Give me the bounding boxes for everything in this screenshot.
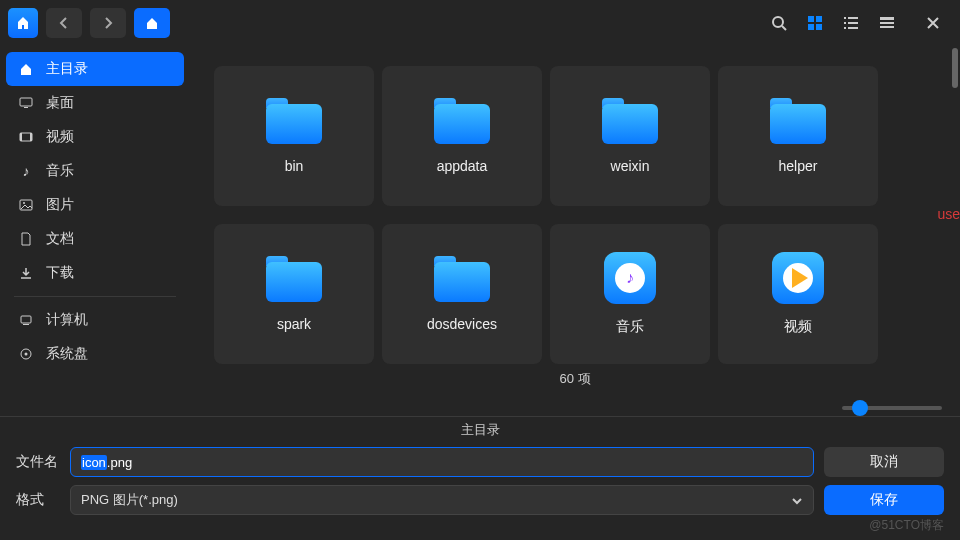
sidebar-item-document[interactable]: 文档 xyxy=(6,222,184,256)
watermark-blog: @51CTO博客 xyxy=(869,517,944,534)
svg-rect-11 xyxy=(844,27,846,29)
svg-rect-10 xyxy=(848,22,858,24)
folder-tile[interactable]: weixin xyxy=(550,66,710,206)
svg-point-22 xyxy=(23,202,25,204)
svg-rect-17 xyxy=(24,107,28,108)
music-icon: ♪ xyxy=(18,163,34,179)
save-button[interactable]: 保存 xyxy=(824,485,944,515)
svg-rect-4 xyxy=(816,16,822,22)
cancel-button[interactable]: 取消 xyxy=(824,447,944,477)
sidebar-item-label: 文档 xyxy=(46,230,74,248)
image-icon xyxy=(18,197,34,213)
sidebar-item-image[interactable]: 图片 xyxy=(6,188,184,222)
sidebar-item-home[interactable]: 主目录 xyxy=(6,52,184,86)
computer-icon xyxy=(18,312,34,328)
svg-rect-16 xyxy=(20,98,32,106)
svg-line-2 xyxy=(782,26,786,30)
folder-icon xyxy=(266,98,322,144)
folder-icon xyxy=(434,98,490,144)
video-folder-icon xyxy=(772,252,824,304)
search-icon[interactable] xyxy=(768,12,790,34)
watermark-use: use xyxy=(937,206,960,222)
disk-icon xyxy=(18,346,34,362)
tile-label: helper xyxy=(779,158,818,174)
svg-point-1 xyxy=(773,17,783,27)
folder-tile[interactable]: bin xyxy=(214,66,374,206)
folder-tile[interactable]: helper xyxy=(718,66,878,206)
folder-tile[interactable]: dosdevices xyxy=(382,224,542,364)
folder-icon xyxy=(266,256,322,302)
sidebar-item-desktop[interactable]: 桌面 xyxy=(6,86,184,120)
tile-label: 音乐 xyxy=(616,318,644,336)
sidebar-item-label: 桌面 xyxy=(46,94,74,112)
sidebar-item-label: 音乐 xyxy=(46,162,74,180)
sidebar-item-computer[interactable]: 计算机 xyxy=(6,303,184,337)
nav-home-button[interactable] xyxy=(134,8,170,38)
item-count: 60 项 xyxy=(190,370,960,388)
zoom-slider[interactable] xyxy=(842,406,942,410)
nav-back-button[interactable] xyxy=(46,8,82,38)
svg-rect-24 xyxy=(23,324,29,325)
folder-icon xyxy=(770,98,826,144)
document-icon xyxy=(18,231,34,247)
sidebar: 主目录 桌面 视频 ♪ 音乐 图片 文档 下载 计算机 xyxy=(0,46,190,416)
svg-rect-7 xyxy=(844,17,846,19)
home-icon xyxy=(18,61,34,77)
sidebar-item-label: 计算机 xyxy=(46,311,88,329)
zoom-knob[interactable] xyxy=(852,400,868,416)
tile-label: 视频 xyxy=(784,318,812,336)
view-list-icon[interactable] xyxy=(840,12,862,34)
tile-label: bin xyxy=(285,158,304,174)
filename-label: 文件名 xyxy=(16,453,60,471)
svg-rect-0 xyxy=(22,25,24,29)
svg-rect-19 xyxy=(20,133,22,141)
svg-rect-14 xyxy=(880,22,894,24)
svg-rect-6 xyxy=(816,24,822,30)
view-detail-icon[interactable] xyxy=(876,12,898,34)
filename-selection: icon xyxy=(81,455,107,470)
sidebar-item-label: 主目录 xyxy=(46,60,88,78)
music-folder-icon: ♪ xyxy=(604,252,656,304)
file-grid-area: bin appdata weixin helper spark dosdevic… xyxy=(190,46,960,416)
chevron-down-icon xyxy=(791,493,803,508)
svg-rect-3 xyxy=(808,16,814,22)
svg-rect-23 xyxy=(21,316,31,323)
folder-tile[interactable]: appdata xyxy=(382,66,542,206)
folder-icon xyxy=(602,98,658,144)
scroll-thumb[interactable] xyxy=(952,48,958,88)
sidebar-item-label: 视频 xyxy=(46,128,74,146)
svg-rect-15 xyxy=(880,26,894,28)
scrollbar[interactable] xyxy=(950,46,958,416)
tile-label: dosdevices xyxy=(427,316,497,332)
format-combo[interactable]: PNG 图片(*.png) xyxy=(70,485,814,515)
tile-label: appdata xyxy=(437,158,488,174)
filename-rest: .png xyxy=(107,455,132,470)
close-icon[interactable] xyxy=(922,12,944,34)
sidebar-item-music[interactable]: ♪ 音乐 xyxy=(6,154,184,188)
sidebar-item-label: 图片 xyxy=(46,196,74,214)
sidebar-item-disk[interactable]: 系统盘 xyxy=(6,337,184,371)
svg-rect-5 xyxy=(808,24,814,30)
svg-rect-13 xyxy=(880,17,894,20)
sidebar-separator xyxy=(14,296,176,297)
toolbar xyxy=(0,0,960,46)
sidebar-item-download[interactable]: 下载 xyxy=(6,256,184,290)
folder-tile[interactable]: 视频 xyxy=(718,224,878,364)
view-grid-icon[interactable] xyxy=(804,12,826,34)
format-value: PNG 图片(*.png) xyxy=(81,491,178,509)
filename-input[interactable]: icon.png xyxy=(70,447,814,477)
tile-label: weixin xyxy=(611,158,650,174)
sidebar-item-video[interactable]: 视频 xyxy=(6,120,184,154)
nav-forward-button[interactable] xyxy=(90,8,126,38)
folder-tile[interactable]: spark xyxy=(214,224,374,364)
tile-label: spark xyxy=(277,316,311,332)
download-icon xyxy=(18,265,34,281)
svg-rect-9 xyxy=(844,22,846,24)
breadcrumb: 主目录 xyxy=(16,421,944,439)
sidebar-item-label: 系统盘 xyxy=(46,345,88,363)
save-panel: 主目录 文件名 icon.png 取消 格式 PNG 图片(*.png) 保存 xyxy=(0,416,960,540)
app-icon xyxy=(8,8,38,38)
folder-tile[interactable]: ♪音乐 xyxy=(550,224,710,364)
desktop-icon xyxy=(18,95,34,111)
format-label: 格式 xyxy=(16,491,60,509)
